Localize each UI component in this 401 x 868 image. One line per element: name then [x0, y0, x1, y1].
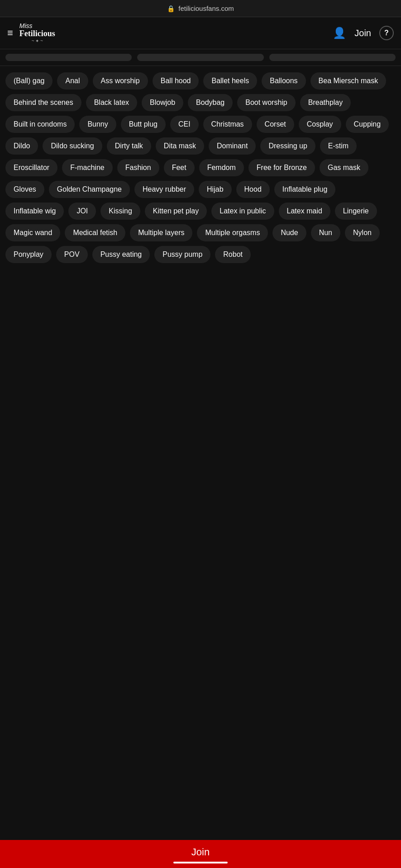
- logo-decoration: ~ ✦ ~: [19, 38, 55, 43]
- tag-pill[interactable]: Femdom: [199, 159, 244, 176]
- tag-pill[interactable]: Pussy eating: [92, 246, 150, 263]
- tag-pill[interactable]: Behind the scenes: [5, 94, 81, 111]
- tag-pill[interactable]: Free for Bronze: [248, 159, 315, 176]
- join-nav-button[interactable]: Join: [354, 28, 371, 38]
- tag-pill[interactable]: Inflatable plug: [274, 181, 336, 198]
- tag-pill[interactable]: Breathplay: [300, 94, 351, 111]
- url-text: fetiliciousfans.com: [178, 5, 234, 12]
- tag-pill[interactable]: Boot worship: [237, 94, 296, 111]
- logo-miss: Miss: [19, 23, 55, 29]
- user-icon[interactable]: 👤: [333, 27, 346, 39]
- tag-pill[interactable]: Dirty talk: [107, 137, 151, 155]
- filter-pill-2[interactable]: [137, 54, 263, 61]
- browser-bar: 🔒 fetiliciousfans.com: [0, 0, 401, 17]
- tag-pill[interactable]: Ballet heels: [203, 72, 257, 90]
- tag-pill[interactable]: E-stim: [320, 137, 357, 155]
- tag-pill[interactable]: Latex maid: [279, 203, 330, 220]
- tag-pill[interactable]: Multiple orgasms: [197, 224, 268, 241]
- tag-pill[interactable]: Medical fetish: [65, 224, 125, 241]
- tag-pill[interactable]: Hood: [236, 181, 270, 198]
- tag-pill[interactable]: Cosplay: [299, 116, 341, 133]
- tag-pill[interactable]: Gloves: [5, 181, 44, 198]
- bottom-join-button[interactable]: Join: [191, 846, 210, 858]
- navbar: ≡ Miss Fetilicious ~ ✦ ~ 👤 Join ?: [0, 17, 401, 49]
- tag-pill[interactable]: Robot: [215, 246, 251, 263]
- navbar-right: 👤 Join ?: [333, 26, 394, 40]
- tag-pill[interactable]: Multiple layers: [130, 224, 192, 241]
- tag-pill[interactable]: Bea Miersch mask: [310, 72, 387, 90]
- tag-pill[interactable]: Fashion: [117, 159, 159, 176]
- tag-pill[interactable]: POV: [56, 246, 88, 263]
- help-icon[interactable]: ?: [379, 26, 394, 40]
- tag-pill[interactable]: Christmas: [203, 116, 252, 133]
- tag-pill[interactable]: JOI: [68, 203, 96, 220]
- tag-pill[interactable]: Black latex: [86, 94, 137, 111]
- bottom-bar-indicator: [173, 862, 228, 863]
- tag-pill[interactable]: Inflatable wig: [5, 203, 64, 220]
- tag-pill[interactable]: Kitten pet play: [145, 203, 207, 220]
- tag-pill[interactable]: Nylon: [345, 224, 380, 241]
- tag-pill[interactable]: Gas mask: [320, 159, 368, 176]
- hamburger-icon[interactable]: ≡: [7, 27, 13, 39]
- tag-pill[interactable]: Butt plug: [121, 116, 166, 133]
- tag-pill[interactable]: Ponyplay: [5, 246, 52, 263]
- tag-pill[interactable]: Eroscillator: [5, 159, 57, 176]
- tag-pill[interactable]: Heavy rubber: [134, 181, 194, 198]
- tag-pill[interactable]: Latex in public: [211, 203, 274, 220]
- tag-pill[interactable]: CEI: [170, 116, 199, 133]
- tag-pill[interactable]: Ass worship: [93, 72, 148, 90]
- tag-pill[interactable]: Nude: [272, 224, 306, 241]
- tag-pill[interactable]: Cupping: [346, 116, 389, 133]
- bottom-bar: Join: [0, 840, 401, 868]
- tag-pill[interactable]: Dildo: [5, 137, 38, 155]
- tag-pill[interactable]: Balloons: [262, 72, 306, 90]
- tag-pill[interactable]: Lingerie: [335, 203, 377, 220]
- tag-pill[interactable]: Blowjob: [142, 94, 183, 111]
- tag-pill[interactable]: Ball hood: [153, 72, 199, 90]
- tag-pill[interactable]: F-machine: [62, 159, 113, 176]
- tag-pill[interactable]: Dildo sucking: [43, 137, 102, 155]
- tag-pill[interactable]: Bodybag: [188, 94, 233, 111]
- tag-pill[interactable]: Golden Champagne: [49, 181, 130, 198]
- logo-fetilicious: Fetilicious: [19, 29, 55, 38]
- filter-row: [0, 49, 401, 66]
- lock-icon: 🔒: [167, 5, 175, 12]
- tag-pill[interactable]: Feet: [164, 159, 195, 176]
- tag-pill[interactable]: Dita mask: [156, 137, 204, 155]
- tag-pill[interactable]: Magic wand: [5, 224, 60, 241]
- tag-pill[interactable]: Bunny: [79, 116, 116, 133]
- filter-pill-3[interactable]: [269, 54, 396, 61]
- tag-pill[interactable]: Pussy pump: [154, 246, 210, 263]
- tag-pill[interactable]: Dressing up: [260, 137, 315, 155]
- logo[interactable]: Miss Fetilicious ~ ✦ ~: [19, 23, 55, 43]
- tag-pill[interactable]: Anal: [57, 72, 88, 90]
- tag-pill[interactable]: Built in condoms: [5, 116, 75, 133]
- tag-pill[interactable]: Dominant: [209, 137, 256, 155]
- tag-pill[interactable]: Nun: [311, 224, 340, 241]
- navbar-left: ≡ Miss Fetilicious ~ ✦ ~: [7, 23, 55, 43]
- tag-pill[interactable]: (Ball) gag: [5, 72, 53, 90]
- tag-pill[interactable]: Corset: [257, 116, 294, 133]
- tags-container: (Ball) gagAnalAss worshipBall hoodBallet…: [0, 66, 401, 269]
- tag-pill[interactable]: Kissing: [100, 203, 140, 220]
- filter-pill-1[interactable]: [5, 54, 132, 61]
- tag-pill[interactable]: Hijab: [199, 181, 231, 198]
